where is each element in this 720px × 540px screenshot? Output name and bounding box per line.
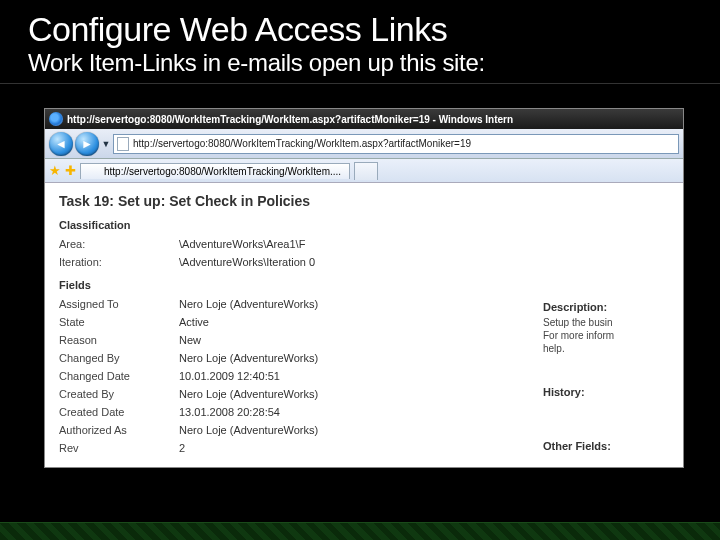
section-description: Description: [543,301,703,313]
reason-value: New [179,334,539,346]
window-titlebar: http://servertogo:8080/WorkItemTracking/… [45,109,683,129]
field-row: ReasonNew [59,331,539,349]
favorites-star-icon[interactable]: ★ [49,163,61,178]
createdby-label: Created By [59,388,179,400]
section-fields: Fields [59,279,539,291]
field-row: StateActive [59,313,539,331]
address-url: http://servertogo:8080/WorkItemTracking/… [133,138,471,149]
address-bar[interactable]: http://servertogo:8080/WorkItemTracking/… [113,134,679,154]
state-label: State [59,316,179,328]
browser-tab[interactable]: http://servertogo:8080/WorkItemTracking/… [80,163,350,179]
assigned-label: Assigned To [59,298,179,310]
area-label: Area: [59,238,179,250]
left-column: Classification Area: \AdventureWorks\Are… [59,219,539,457]
tab-row: ★ ✚ http://servertogo:8080/WorkItemTrack… [45,159,683,183]
section-classification: Classification [59,219,539,231]
createddate-label: Created Date [59,406,179,418]
nav-dropdown-icon[interactable]: ▼ [101,139,111,149]
assigned-value: Nero Loje (AdventureWorks) [179,298,539,310]
description-line: Setup the busin [543,317,703,328]
field-row: Area: \AdventureWorks\Area1\F [59,235,539,253]
state-value: Active [179,316,539,328]
add-favorite-icon[interactable]: ✚ [65,163,76,178]
slide-subtitle: Work Item-Links in e-mails open up this … [0,49,720,84]
tab-label: http://servertogo:8080/WorkItemTracking/… [104,166,341,177]
back-button[interactable]: ◄ [49,132,73,156]
field-row: Changed Date10.01.2009 12:40:51 [59,367,539,385]
field-row: Created Date13.01.2008 20:28:54 [59,403,539,421]
field-row: Changed ByNero Loje (AdventureWorks) [59,349,539,367]
iteration-value: \AdventureWorks\Iteration 0 [179,256,539,268]
browser-window: http://servertogo:8080/WorkItemTracking/… [44,108,684,468]
right-column: Description: Setup the busin For more in… [543,301,703,456]
changedby-label: Changed By [59,352,179,364]
page-content: Task 19: Set up: Set Check in Policies C… [45,183,683,467]
new-tab-button[interactable] [354,162,378,180]
createdby-value: Nero Loje (AdventureWorks) [179,388,539,400]
changeddate-label: Changed Date [59,370,179,382]
changedby-value: Nero Loje (AdventureWorks) [179,352,539,364]
createddate-value: 13.01.2008 20:28:54 [179,406,539,418]
field-row: Rev2 [59,439,539,457]
authas-value: Nero Loje (AdventureWorks) [179,424,539,436]
field-row: Authorized AsNero Loje (AdventureWorks) [59,421,539,439]
field-row: Iteration: \AdventureWorks\Iteration 0 [59,253,539,271]
iteration-label: Iteration: [59,256,179,268]
section-other: Other Fields: [543,440,703,452]
description-line: help. [543,343,703,354]
field-row: Created ByNero Loje (AdventureWorks) [59,385,539,403]
slide-bottom-decor [0,522,720,540]
forward-button[interactable]: ► [75,132,99,156]
changeddate-value: 10.01.2009 12:40:51 [179,370,539,382]
ie-icon [89,166,100,177]
field-row: Assigned ToNero Loje (AdventureWorks) [59,295,539,313]
workitem-title: Task 19: Set up: Set Check in Policies [59,193,669,209]
page-icon [117,137,129,151]
section-history: History: [543,386,703,398]
window-title-text: http://servertogo:8080/WorkItemTracking/… [67,114,513,125]
rev-value: 2 [179,442,539,454]
authas-label: Authorized As [59,424,179,436]
area-value: \AdventureWorks\Area1\F [179,238,539,250]
ie-icon [49,112,63,126]
nav-toolbar: ◄ ► ▼ http://servertogo:8080/WorkItemTra… [45,129,683,159]
slide-title: Configure Web Access Links [0,0,720,49]
reason-label: Reason [59,334,179,346]
description-line: For more inform [543,330,703,341]
rev-label: Rev [59,442,179,454]
